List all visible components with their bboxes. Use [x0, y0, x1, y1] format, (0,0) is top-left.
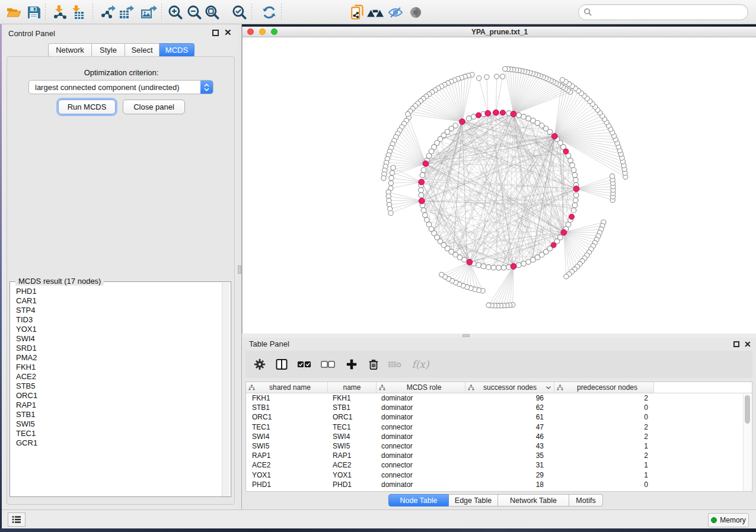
export-image-icon[interactable] — [139, 3, 158, 21]
splitter-handle[interactable] — [462, 334, 470, 337]
float-panel-icon[interactable] — [733, 341, 739, 347]
status-bar: Memory — [2, 509, 756, 528]
mcds-node — [419, 179, 425, 185]
table-toolbar: f(x) — [245, 351, 752, 378]
scrollbar-thumb[interactable] — [745, 395, 750, 424]
column-label: MCDS role — [385, 383, 462, 392]
search-input[interactable] — [592, 7, 748, 18]
mcds-result-item: SWI4 — [16, 334, 225, 344]
export-table-icon[interactable] — [117, 3, 136, 21]
mcds-result-item: SWI5 — [16, 419, 225, 429]
splitter-handle[interactable] — [238, 265, 241, 274]
column-header-shared-name[interactable]: shared name — [246, 382, 328, 393]
share-document-icon[interactable] — [349, 3, 368, 21]
import-network-icon[interactable] — [50, 3, 69, 21]
toolbar-separator — [92, 4, 93, 20]
column-label: successor nodes — [474, 383, 546, 392]
column-header-successor-nodes[interactable]: successor nodes — [465, 382, 554, 393]
table-row[interactable]: PHD1PHD1dominator180 — [246, 480, 752, 489]
export-network-icon[interactable] — [98, 3, 117, 21]
table-panel-mode-icon[interactable] — [275, 357, 289, 371]
optimization-criterion-value: largest connected component (undirected) — [29, 83, 200, 92]
table-cell: 43 — [465, 442, 554, 450]
zoom-fit-icon[interactable] — [203, 3, 222, 21]
network-graph[interactable] — [243, 37, 756, 334]
select-stepper-icon — [200, 81, 213, 94]
table-cell: dominator — [377, 394, 465, 402]
table-row[interactable]: RAP1RAP1dominator352 — [246, 451, 752, 460]
function-builder-icon: f(x) — [410, 357, 430, 371]
table-cell: RAP1 — [246, 451, 328, 460]
hide-details-icon[interactable] — [386, 3, 405, 21]
table-row[interactable]: FKH1FKH1dominator962 — [246, 393, 752, 403]
table-row[interactable]: ORC1ORC1dominator610 — [246, 412, 752, 422]
float-panel-icon[interactable] — [212, 30, 219, 36]
table-row[interactable]: YOX1YOX1connector291 — [246, 470, 752, 480]
tab-network-table[interactable]: Network Table — [498, 494, 569, 507]
deselect-all-rows-icon[interactable] — [321, 357, 335, 371]
zoom-selected-icon[interactable] — [230, 3, 249, 21]
tab-node-table[interactable]: Node Table — [388, 494, 449, 507]
network-canvas[interactable] — [243, 37, 756, 334]
network-window: YPA_prune.txt_1 — [242, 27, 756, 334]
close-panel-icon[interactable]: ✕ — [744, 339, 751, 349]
network-search-box — [578, 4, 748, 20]
mcds-result-item: FKH1 — [16, 363, 225, 372]
table-cell: SWI4 — [328, 432, 377, 441]
table-scrollbar[interactable] — [743, 394, 751, 491]
delete-table-icon — [388, 357, 402, 371]
add-column-icon[interactable] — [344, 357, 359, 371]
table-cell: 47 — [465, 423, 554, 431]
tab-mcds[interactable]: MCDS — [160, 43, 194, 57]
tab-network[interactable]: Network — [48, 43, 92, 57]
tab-style[interactable]: Style — [92, 43, 125, 57]
mcds-result-scrollbar[interactable] — [222, 283, 229, 496]
tab-motifs[interactable]: Motifs — [569, 494, 603, 507]
table-cell: FKH1 — [328, 394, 377, 402]
table-row[interactable]: STB1STB1dominator620 — [246, 403, 752, 412]
tab-edge-table[interactable]: Edge Table — [449, 494, 498, 507]
close-panel-icon[interactable]: ✕ — [224, 27, 232, 38]
table-row[interactable]: SWI5SWI5connector431 — [246, 441, 752, 451]
table-cell: STB1 — [328, 403, 377, 412]
select-all-rows-icon[interactable] — [297, 357, 311, 371]
table-cell: 2 — [554, 423, 654, 431]
table-cell: dominator — [377, 480, 465, 489]
table-body: FKH1FKH1dominator962STB1STB1dominator620… — [246, 393, 752, 489]
column-header-name[interactable]: name — [328, 382, 377, 393]
search-network-icon[interactable] — [366, 3, 385, 21]
table-row[interactable]: TEC1TEC1connector472 — [246, 422, 752, 432]
zoom-out-icon[interactable] — [185, 3, 204, 21]
import-table-icon[interactable] — [68, 3, 87, 21]
mcds-node — [485, 110, 491, 116]
horizontal-splitter[interactable] — [242, 334, 756, 338]
show-details-icon[interactable] — [406, 3, 425, 21]
table-cell: PHD1 — [246, 480, 328, 489]
mcds-node — [511, 111, 516, 117]
table-cell: connector — [377, 461, 465, 469]
sort-desc-icon — [546, 386, 551, 390]
table-row[interactable]: SWI4SWI4dominator462 — [246, 432, 752, 441]
memory-button[interactable]: Memory — [708, 513, 749, 527]
save-session-icon[interactable] — [24, 3, 43, 21]
column-label: name — [330, 383, 374, 392]
tab-select[interactable]: Select — [125, 43, 160, 57]
refresh-layout-icon[interactable] — [260, 3, 279, 21]
delete-column-icon[interactable] — [366, 357, 381, 371]
column-header-MCDS-role[interactable]: MCDS role — [377, 382, 465, 393]
task-history-button[interactable] — [8, 512, 25, 527]
close-panel-button[interactable]: Close panel — [123, 100, 185, 114]
column-type-icon — [248, 384, 255, 391]
column-header-predecessor-nodes[interactable]: predecessor nodes — [554, 382, 654, 393]
mcds-result-list[interactable]: PHD1CAR1STP4TID3YOX1SWI4SRD1PMA2FKH1ACE2… — [16, 287, 225, 495]
table-row[interactable]: ACE2ACE2connector311 — [246, 460, 752, 470]
table-cell: 1 — [554, 461, 654, 469]
optimization-criterion-select[interactable]: largest connected component (undirected) — [28, 80, 213, 94]
mcds-result-item: STB1 — [16, 410, 225, 419]
table-settings-icon[interactable] — [253, 357, 267, 371]
open-session-icon[interactable] — [4, 3, 23, 21]
run-mcds-button[interactable]: Run MCDS — [58, 100, 116, 114]
search-icon — [583, 8, 592, 17]
zoom-in-icon[interactable] — [166, 3, 185, 21]
vertical-splitter[interactable] — [237, 24, 242, 509]
